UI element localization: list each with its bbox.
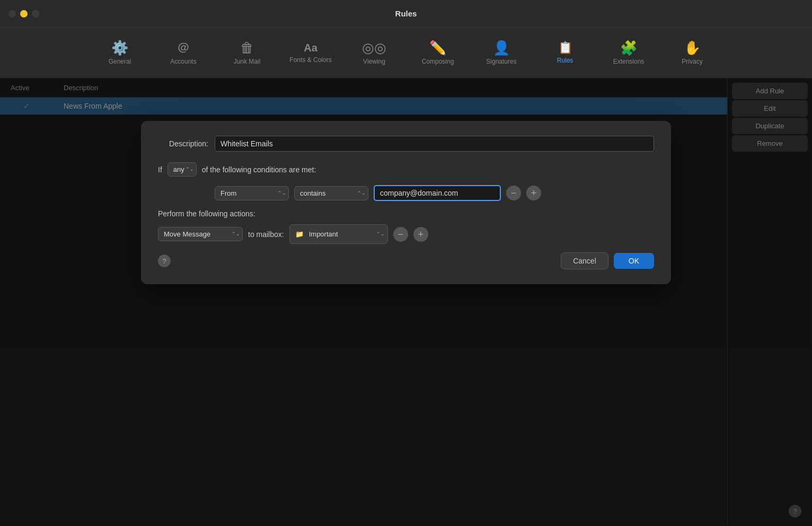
titlebar: Rules: [0, 0, 812, 28]
toolbar-item-fonts-colors[interactable]: Aa Fonts & Colors: [279, 32, 342, 74]
add-action-button[interactable]: +: [413, 227, 428, 242]
toolbar-item-accounts[interactable]: ＠ Accounts: [152, 32, 215, 74]
action-line: Move Message Copy Message Mark as Read t…: [158, 224, 654, 244]
cancel-button[interactable]: Cancel: [561, 252, 608, 269]
junk-mail-icon: 🗑: [240, 41, 254, 55]
composing-icon: ✏️: [429, 41, 446, 55]
conditions-text: of the following conditions are met:: [202, 165, 316, 174]
modal-footer: ? Cancel OK: [158, 252, 654, 269]
viewing-icon: ◎◎: [362, 41, 386, 55]
minimize-button[interactable]: [20, 10, 28, 17]
ok-button[interactable]: OK: [614, 253, 654, 269]
description-label: Description:: [158, 139, 208, 148]
toolbar-label-composing: Composing: [422, 58, 454, 65]
window-title: Rules: [395, 9, 417, 18]
accounts-icon: ＠: [176, 41, 190, 55]
if-label: If: [158, 165, 162, 174]
toolbar-label-rules: Rules: [557, 57, 573, 64]
rule-edit-modal: Description: If any all of the following…: [141, 121, 671, 284]
action-type-wrapper[interactable]: Move Message Copy Message Mark as Read: [158, 227, 243, 241]
signatures-icon: 👤: [493, 41, 510, 55]
mailbox-select[interactable]: Important Inbox Archive: [307, 227, 376, 241]
action-type-select[interactable]: Move Message Copy Message Mark as Read: [158, 227, 243, 241]
description-input[interactable]: [215, 136, 654, 152]
toolbar-item-rules[interactable]: 📋 Rules: [533, 32, 597, 74]
field-select-wrapper[interactable]: From To Subject: [215, 186, 289, 200]
mailbox-select-wrapper[interactable]: 📁 Important Inbox Archive: [289, 224, 388, 244]
toolbar: ⚙️ General ＠ Accounts 🗑 Junk Mail Aa Fon…: [0, 28, 812, 78]
toolbar-item-general[interactable]: ⚙️ General: [88, 32, 152, 74]
toolbar-item-extensions[interactable]: 🧩 Extensions: [597, 32, 660, 74]
toolbar-item-signatures[interactable]: 👤 Signatures: [470, 32, 533, 74]
remove-action-button[interactable]: −: [393, 227, 408, 242]
toolbar-label-signatures: Signatures: [486, 58, 516, 65]
operator-select-wrapper[interactable]: contains does not contain begins with en…: [294, 186, 368, 200]
condition-line: From To Subject contains does not contai…: [215, 185, 654, 201]
gear-icon: ⚙️: [111, 41, 128, 55]
toolbar-label-privacy: Privacy: [682, 58, 702, 65]
toolbar-item-junk-mail[interactable]: 🗑 Junk Mail: [215, 32, 279, 74]
add-condition-button[interactable]: +: [526, 186, 541, 200]
field-select[interactable]: From To Subject: [215, 186, 289, 200]
toolbar-item-composing[interactable]: ✏️ Composing: [406, 32, 470, 74]
toolbar-label-general: General: [109, 58, 131, 65]
privacy-icon: ✋: [684, 41, 701, 55]
mailbox-folder-icon: 📁: [295, 230, 304, 238]
actions-label: Perform the following actions:: [158, 209, 654, 218]
conditions-row: If any all of the following conditions a…: [158, 162, 654, 177]
any-select[interactable]: any all: [167, 162, 197, 177]
modal-overlay: Description: If any all of the following…: [0, 78, 812, 526]
traffic-lights: [8, 10, 39, 17]
toolbar-item-viewing[interactable]: ◎◎ Viewing: [342, 32, 406, 74]
operator-select[interactable]: contains does not contain begins with en…: [294, 186, 368, 200]
toolbar-label-junk-mail: Junk Mail: [234, 58, 261, 65]
condition-value-input[interactable]: [374, 185, 501, 201]
maximize-button[interactable]: [32, 10, 39, 17]
toolbar-label-accounts: Accounts: [170, 58, 196, 65]
toolbar-label-fonts-colors: Fonts & Colors: [289, 56, 331, 64]
to-mailbox-label: to mailbox:: [248, 230, 284, 239]
close-button[interactable]: [8, 10, 16, 17]
modal-help-button[interactable]: ?: [158, 255, 171, 267]
any-select-wrapper[interactable]: any all: [167, 162, 197, 177]
toolbar-item-privacy[interactable]: ✋ Privacy: [660, 32, 724, 74]
remove-condition-button[interactable]: −: [506, 186, 521, 200]
toolbar-label-viewing: Viewing: [363, 58, 385, 65]
description-row: Description:: [158, 136, 654, 152]
rules-icon: 📋: [558, 42, 572, 54]
toolbar-label-extensions: Extensions: [613, 58, 645, 65]
fonts-icon: Aa: [304, 42, 317, 53]
extensions-icon: 🧩: [620, 41, 637, 55]
